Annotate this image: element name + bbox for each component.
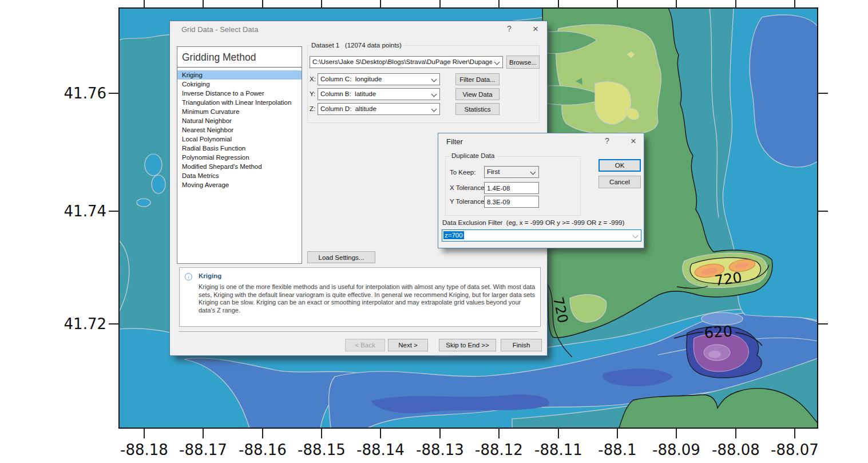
to-keep-combobox[interactable]: First — [484, 166, 539, 178]
gridding-method-heading: Gridding Method — [177, 47, 302, 64]
dataset-path-combobox[interactable]: C:\Users\Jake S\Desktop\Blogs\Strava\DuP… — [310, 56, 503, 68]
x-tolerance-label: X Tolerance: — [450, 184, 486, 191]
filter-dialog-title: Filter — [446, 137, 463, 146]
desktop: { "map": { "x_tick_labels": ["-88.18","-… — [0, 0, 868, 463]
gridding-method-item[interactable]: Minimum Curvature — [177, 107, 302, 116]
exclusion-filter-value: z=700 — [443, 231, 464, 239]
divider — [179, 331, 538, 333]
gridding-method-list: KrigingCokrigingInverse Distance to a Po… — [177, 70, 302, 189]
x-tick-label: -88.07 — [771, 441, 819, 458]
finish-button[interactable]: Finish — [501, 339, 542, 351]
y-column-value: Column B: latitude — [320, 90, 429, 97]
filter-dialog: Filter ? × Duplicate Data To Keep: First… — [438, 133, 644, 248]
y-tick-label: 41.74 — [64, 203, 106, 220]
back-button[interactable]: < Back — [345, 339, 385, 351]
x-column-value: Column C: longitude — [320, 76, 429, 82]
method-info-box: i Kriging Kriging is one of the more fle… — [179, 267, 541, 327]
skip-to-end-button[interactable]: Skip to End >> — [439, 339, 496, 351]
z-column-combobox[interactable]: Column D: altitude — [318, 103, 440, 115]
grid-data-dialog-title: Grid Data - Select Data — [181, 25, 258, 34]
next-button[interactable]: Next > — [388, 339, 428, 351]
chevron-down-icon[interactable] — [431, 92, 437, 97]
y-column-label: Y: — [310, 90, 315, 97]
info-description: Kriging is one of the more flexible meth… — [199, 283, 537, 314]
gridding-method-item[interactable]: Modified Shepard's Method — [177, 162, 302, 171]
to-keep-label: To Keep: — [450, 169, 475, 176]
heading-underline — [177, 67, 302, 68]
chevron-down-icon[interactable] — [431, 77, 437, 82]
x-tick-label: -88.1 — [598, 441, 636, 458]
x-tick-label: -88.08 — [712, 441, 760, 458]
gridding-method-item[interactable]: Natural Neighbor — [177, 116, 302, 125]
close-icon[interactable]: × — [628, 136, 639, 147]
close-icon[interactable]: × — [530, 24, 541, 34]
duplicate-data-label: Duplicate Data — [450, 152, 496, 159]
ok-button[interactable]: OK — [599, 159, 641, 172]
gridding-method-item[interactable]: Local Polynomial — [177, 134, 302, 144]
help-icon[interactable]: ? — [602, 136, 612, 147]
help-icon[interactable]: ? — [504, 24, 514, 34]
gridding-method-item[interactable]: Kriging — [177, 70, 302, 80]
x-tick-label: -88.15 — [298, 441, 346, 458]
x-tolerance-input[interactable] — [484, 182, 539, 194]
y-tick-label: 41.76 — [64, 85, 106, 102]
contour-label-620: 620 — [704, 322, 734, 341]
y-tolerance-label: Y Tolerance: — [450, 198, 486, 205]
load-settings-button[interactable]: Load Settings... — [307, 251, 375, 263]
gridding-method-item[interactable]: Nearest Neighbor — [177, 125, 302, 134]
to-keep-value: First — [487, 168, 528, 175]
chevron-down-icon[interactable] — [431, 106, 437, 112]
y-tick-label: 41.72 — [64, 315, 106, 333]
browse-button[interactable]: Browse... — [506, 56, 540, 69]
gridding-method-item[interactable]: Polynomial Regression — [177, 153, 302, 162]
gridding-method-item[interactable]: Moving Average — [177, 180, 302, 189]
x-axis-labels: -88.18 -88.17 -88.16 -88.15 -88.14 -88.1… — [120, 441, 819, 458]
info-icon: i — [185, 273, 192, 280]
dataset-path-value: C:\Users\Jake S\Desktop\Blogs\Strava\DuP… — [312, 58, 492, 65]
gridding-method-listbox[interactable]: Gridding Method KrigingCokrigingInverse … — [177, 46, 302, 264]
y-column-combobox[interactable]: Column B: latitude — [318, 88, 440, 100]
x-tick-label: -88.09 — [652, 441, 700, 458]
x-tick-label: -88.17 — [179, 441, 227, 458]
x-tick-label: -88.16 — [239, 441, 287, 458]
x-tick-label: -88.14 — [356, 441, 405, 458]
y-tolerance-input[interactable] — [484, 196, 539, 208]
statistics-button[interactable]: Statistics — [455, 103, 500, 115]
view-data-button[interactable]: View Data — [455, 88, 500, 100]
x-tick-label: -88.13 — [416, 441, 464, 458]
grid-data-titlebar[interactable]: Grid Data - Select Data ? × — [170, 21, 547, 37]
x-column-combobox[interactable]: Column C: longitude — [318, 73, 440, 85]
chevron-down-icon[interactable] — [633, 233, 639, 239]
exclusion-filter-label: Data Exclusion Filter (eg, x = -999 OR y… — [442, 219, 624, 226]
gridding-method-item[interactable]: Inverse Distance to a Power — [177, 89, 302, 98]
filter-data-button[interactable]: Filter Data... — [455, 73, 500, 85]
z-column-label: Z: — [310, 105, 315, 112]
filter-titlebar[interactable]: Filter ? × — [438, 133, 644, 149]
gridding-method-item[interactable]: Triangulation with Linear Interpolation — [177, 98, 302, 107]
gridding-method-item[interactable]: Cokriging — [177, 80, 302, 89]
chevron-down-icon[interactable] — [530, 169, 536, 175]
x-column-label: X: — [310, 76, 316, 82]
x-tick-label: -88.18 — [120, 441, 168, 458]
z-column-value: Column D: altitude — [320, 105, 429, 112]
info-title: Kriging — [199, 272, 221, 279]
x-tick-label: -88.11 — [534, 441, 582, 458]
exclusion-filter-combobox[interactable]: z=700 — [442, 229, 641, 242]
x-tick-label: -88.12 — [475, 441, 523, 458]
y-axis-labels: 41.76 41.74 41.72 — [64, 85, 106, 333]
gridding-method-item[interactable]: Data Metrics — [177, 171, 302, 180]
chevron-down-icon[interactable] — [494, 60, 500, 65]
dataset-label: Dataset 1 (12074 data points) — [310, 42, 403, 49]
gridding-method-item[interactable]: Radial Basis Function — [177, 144, 302, 153]
cancel-button[interactable]: Cancel — [599, 176, 641, 188]
